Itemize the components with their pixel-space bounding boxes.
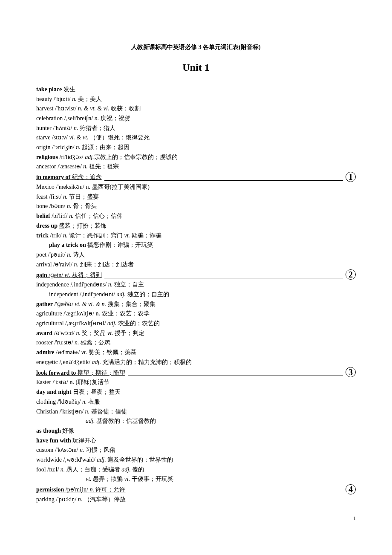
vocab-entry: poet /'pəuit/ n. 诗人 bbox=[36, 250, 356, 260]
vocab-entry: bone /bəun/ n. 骨；骨头 bbox=[36, 202, 356, 211]
vocab-entry: worldwide /ˌwə:ld'waid/ adj. 遍及全世界的；世界性的 bbox=[36, 455, 356, 465]
separator-text: look forward to 期望；期待；盼望 bbox=[36, 368, 125, 378]
vocab-entry: have fun with 玩得开心 bbox=[36, 436, 356, 445]
vocab-entry: admire /əd'maiə/ vt. 赞美；钦佩；羡慕 bbox=[36, 348, 356, 357]
vocab-entry: starve /stɑ:v/ vi. & vt. （使）饿死；饿得要死 bbox=[36, 133, 356, 142]
separator-number: 3 bbox=[346, 367, 356, 377]
vocab-entry: belief /bi'li:f/ n. 信任；信心；信仰 bbox=[36, 211, 356, 221]
vocab-entry: feast /fi:st/ n. 节日；盛宴 bbox=[36, 192, 356, 202]
vocab-entry: ancestor /'ænsestə/ n. 祖先；祖宗 bbox=[36, 162, 356, 171]
separator-rule bbox=[128, 493, 343, 493]
vocab-entry: rooster /'ru:stə/ n. 雄禽；公鸡 bbox=[36, 338, 356, 347]
vocab-entry: harvest /'hɑ:vist/ n. & vt. & vi. 收获；收割 bbox=[36, 104, 356, 113]
vocab-entry: vt. 愚弄；欺骗 vi. 干傻事；开玩笑 bbox=[36, 474, 356, 484]
vocab-entry: as though 好像 bbox=[36, 426, 356, 436]
vocab-entry: clothing /'kləuðiŋ/ n. 衣服 bbox=[36, 397, 356, 407]
vocab-entry: Mexico /'meksikəu/ n. 墨西哥(拉丁美洲国家) bbox=[36, 182, 356, 192]
section-separator: look forward to 期望；期待；盼望3 bbox=[36, 367, 356, 377]
vocab-entry: Easter /'i:stə/ n. (耶稣)复活节 bbox=[36, 378, 356, 387]
vocab-entry: Christian /'kristʃən/ n. 基督徒；信徒 bbox=[36, 407, 356, 416]
vocabulary-list: take place 发生beauty /'bju:ti/ n. 美；美人har… bbox=[36, 85, 356, 504]
vocab-entry: dress up 盛装；打扮；装饰 bbox=[36, 221, 356, 231]
vocab-entry: gather /'ɡæðə/ vt. & vi. & n. 搜集；集合；聚集 bbox=[36, 300, 356, 309]
section-separator: permission /pə'miʃn/ n. 许可；允许4 bbox=[36, 484, 356, 494]
section-separator: in memory of 纪念；追念1 bbox=[36, 172, 356, 182]
separator-rule bbox=[104, 278, 343, 278]
vocab-entry: energetic /ˌenə'dʒetik/ adj. 充满活力的；精力充沛的… bbox=[36, 358, 356, 367]
vocab-entry: day and night 日夜；昼夜；整天 bbox=[36, 387, 356, 397]
vocab-entry: parking /'pɑ:kiŋ/ n. （汽车等）停放 bbox=[36, 495, 356, 504]
vocab-entry: custom /'kʌstəm/ n. 习惯；风俗 bbox=[36, 445, 356, 455]
section-separator: gain /ɡein/ vt. 获得；得到2 bbox=[36, 269, 356, 280]
vocab-entry: celebration /ˌseli'breiʃn/ n. 庆祝；祝贺 bbox=[36, 114, 356, 123]
vocab-entry: origin /'ɔridʒin/ n. 起源；由来；起因 bbox=[36, 143, 356, 152]
vocab-entry: award /ə'wɔ:d/ n. 奖；奖品 vt. 授予；判定 bbox=[36, 329, 356, 338]
separator-text: in memory of 纪念；追念 bbox=[36, 173, 102, 182]
vocab-entry: religious /ri'lidʒəs/ adj.宗教上的；信奉宗教的；虔诚的 bbox=[36, 153, 356, 162]
vocab-entry: trick /trik/ n. 诡计；恶作剧；窍门 vt. 欺骗；诈骗 bbox=[36, 231, 356, 240]
separator-number: 2 bbox=[346, 269, 356, 280]
separator-rule bbox=[104, 180, 343, 181]
vocab-entry: take place 发生 bbox=[36, 85, 356, 94]
separator-text: gain /ɡein/ vt. 获得；得到 bbox=[36, 271, 102, 280]
separator-text: permission /pə'miʃn/ n. 许可；允许 bbox=[36, 485, 125, 494]
separator-rule bbox=[128, 376, 343, 376]
vocab-entry: independent /ˌindi'pendənt/ adj. 独立的；自主的 bbox=[36, 290, 356, 299]
vocab-entry: fool /fu:l/ n. 愚人；白痴；受骗者 adj. 傻的 bbox=[36, 465, 356, 474]
vocab-entry: play a trick on 搞恶作剧；诈骗；开玩笑 bbox=[36, 240, 356, 250]
separator-number: 1 bbox=[346, 172, 356, 182]
page-number: 1 bbox=[36, 515, 356, 523]
separator-number: 4 bbox=[346, 484, 356, 494]
vocab-entry: agriculture /'ægrikʌltʃə/ n. 农业；农艺；农学 bbox=[36, 309, 356, 318]
vocab-entry: arrival /ə'raivl/ n. 到来；到达；到达者 bbox=[36, 260, 356, 269]
unit-title: Unit 1 bbox=[36, 60, 356, 75]
vocab-entry: independence /ˌindi'pendəns/ n. 独立；自主 bbox=[36, 280, 356, 289]
vocab-entry: beauty /'bju:ti/ n. 美；美人 bbox=[36, 95, 356, 104]
vocab-entry: hunter /'hʌntə/ n. 狩猎者；猎人 bbox=[36, 124, 356, 133]
vocab-entry: adj. 基督教的；信基督教的 bbox=[36, 416, 356, 426]
document-title: 人教新课标高中英语必修 3 各单元词汇表(附音标) bbox=[36, 43, 356, 52]
vocab-entry: agricultural /ˌæɡri'kʌltʃərəl/ adj. 农业的；… bbox=[36, 319, 356, 328]
